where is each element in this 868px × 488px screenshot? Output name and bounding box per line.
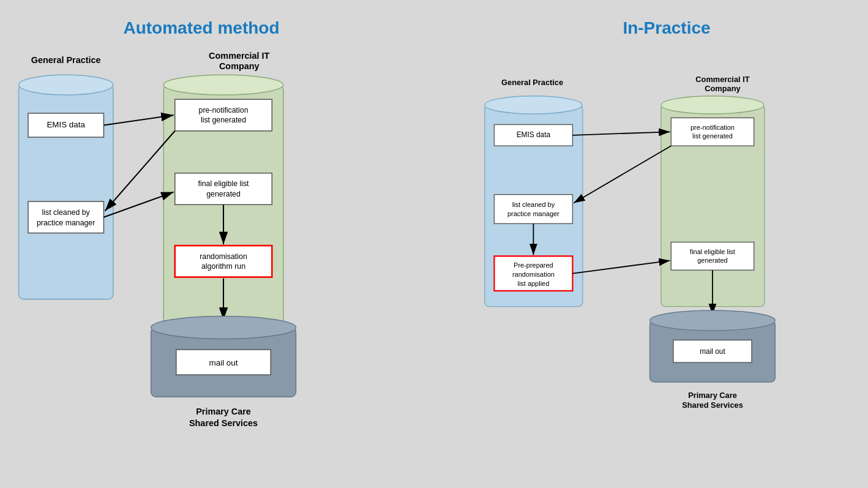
- automated-method-title: Automated method: [123, 18, 279, 38]
- main-container: Automated method General Practice Commer…: [0, 0, 868, 488]
- svg-line-56: [574, 146, 671, 203]
- svg-rect-18: [175, 246, 272, 277]
- svg-rect-12: [175, 99, 272, 130]
- svg-text:General Practice: General Practice: [31, 55, 101, 65]
- svg-text:mail out: mail out: [700, 347, 725, 356]
- svg-text:list cleaned by: list cleaned by: [512, 201, 555, 208]
- svg-text:randomisation: randomisation: [512, 271, 555, 278]
- svg-text:Company: Company: [219, 61, 260, 71]
- in-practice-diagram: In-Practice General Practice Commercial …: [471, 18, 862, 479]
- automated-method-diagram: Automated method General Practice Commer…: [6, 18, 397, 479]
- svg-text:list generated: list generated: [692, 132, 733, 140]
- automated-svg: General Practice Commercial IT Company E…: [6, 50, 397, 479]
- svg-text:Commercial IT: Commercial IT: [695, 75, 749, 84]
- svg-text:final eligible list: final eligible list: [198, 179, 250, 188]
- svg-text:generated: generated: [206, 190, 241, 198]
- svg-text:Commercial IT: Commercial IT: [209, 51, 269, 61]
- svg-point-39: [661, 96, 764, 114]
- svg-line-58: [572, 261, 670, 274]
- svg-point-27: [151, 316, 296, 339]
- svg-point-37: [485, 96, 582, 114]
- in-practice-svg: General Practice Commercial IT Company E…: [471, 50, 862, 479]
- svg-point-6: [163, 75, 283, 95]
- svg-text:pre-notification: pre-notification: [690, 124, 735, 131]
- svg-rect-52: [671, 242, 754, 270]
- svg-rect-15: [175, 173, 272, 205]
- svg-text:pre-notification: pre-notification: [199, 106, 249, 114]
- svg-text:list generated: list generated: [201, 116, 246, 124]
- svg-line-55: [572, 132, 670, 135]
- svg-text:EMIS data: EMIS data: [47, 120, 85, 129]
- svg-text:General Practice: General Practice: [501, 78, 563, 87]
- svg-text:Shared Services: Shared Services: [189, 418, 258, 428]
- svg-text:randomisation: randomisation: [200, 252, 247, 261]
- svg-rect-49: [671, 118, 754, 146]
- in-practice-title: In-Practice: [623, 18, 710, 38]
- svg-text:Primary Care: Primary Care: [688, 391, 737, 400]
- svg-text:Shared Services: Shared Services: [682, 400, 743, 410]
- svg-text:Pre-prepared: Pre-prepared: [514, 261, 553, 269]
- svg-text:practice manager: practice manager: [507, 210, 559, 217]
- svg-text:generated: generated: [697, 257, 727, 264]
- svg-text:final eligible list: final eligible list: [690, 248, 735, 255]
- svg-text:list cleaned by: list cleaned by: [42, 208, 91, 217]
- svg-text:algorithm run: algorithm run: [201, 262, 245, 271]
- svg-text:mail out: mail out: [209, 358, 238, 367]
- svg-text:Company: Company: [705, 84, 741, 93]
- svg-text:list applied: list applied: [517, 280, 549, 287]
- svg-text:EMIS data: EMIS data: [517, 130, 551, 139]
- svg-point-4: [18, 75, 113, 95]
- svg-point-61: [650, 310, 776, 331]
- svg-rect-9: [28, 201, 104, 233]
- svg-text:Primary Care: Primary Care: [196, 407, 251, 416]
- svg-rect-42: [494, 195, 572, 224]
- svg-text:practice manager: practice manager: [37, 219, 95, 227]
